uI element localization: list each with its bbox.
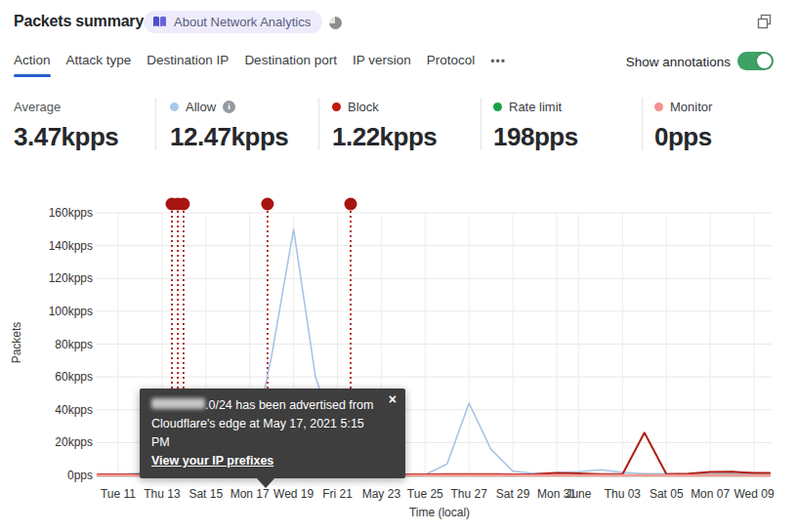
about-network-analytics-badge[interactable]: About Network Analytics — [144, 11, 322, 33]
x-tick-label: Wed 09 — [715, 487, 793, 501]
block-dot-icon — [332, 102, 341, 111]
about-badge-label: About Network Analytics — [174, 15, 311, 29]
tab-attack-type[interactable]: Attack type — [66, 53, 132, 77]
tab-protocol[interactable]: Protocol — [427, 53, 476, 77]
pie-icon — [329, 17, 342, 29]
page-title: Packets summary — [14, 13, 144, 30]
stat-label: Allow — [186, 100, 216, 114]
y-tick-label: 140kpps — [24, 239, 93, 253]
x-axis-title: Time (local) — [391, 506, 488, 519]
stat-value: 12.47kpps — [170, 122, 288, 152]
y-tick-label: 120kpps — [24, 271, 93, 285]
stat-label: Monitor — [670, 100, 712, 114]
divider — [318, 98, 319, 150]
annotation-marker[interactable] — [177, 198, 189, 211]
tab-destination-ip[interactable]: Destination IP — [147, 53, 229, 77]
tab-ip-version[interactable]: IP version — [353, 53, 411, 77]
stat-value: 3.47kpps — [14, 122, 118, 152]
tab-action[interactable]: Action — [14, 53, 51, 77]
show-annotations-label: Show annotations — [626, 55, 731, 69]
stat-block: Block 1.22kpps — [332, 98, 437, 152]
allow-dot-icon — [170, 102, 179, 111]
y-tick-label: 0pps — [24, 469, 93, 482]
divider — [481, 98, 482, 150]
y-tick-label: 100kpps — [24, 305, 93, 318]
more-tabs-button[interactable]: ••• — [490, 53, 506, 68]
stat-rate-limit: Rate limit 198pps — [493, 98, 578, 152]
tooltip-line1: .0/24 has been advertised from — [151, 396, 380, 415]
info-icon[interactable] — [223, 101, 235, 113]
annotation-tooltip: × .0/24 has been advertised from Cloudfl… — [140, 389, 405, 478]
stat-average: Average 3.47kpps — [14, 98, 118, 152]
tooltip-line2: Cloudflare's edge at May 17, 2021 5:15 P… — [151, 415, 380, 452]
stat-label: Average — [14, 100, 61, 114]
stat-value: 1.22kpps — [332, 122, 437, 152]
stat-label: Block — [348, 100, 379, 114]
divider — [155, 98, 156, 150]
monitor-dot-icon — [654, 102, 663, 111]
dimension-tabs: ActionAttack typeDestination IPDestinati… — [14, 53, 506, 77]
close-icon[interactable]: × — [389, 392, 397, 406]
stat-value: 198pps — [493, 122, 578, 152]
annotation-marker[interactable] — [344, 198, 357, 211]
stat-allow: Allow 12.47kpps — [170, 98, 288, 152]
y-tick-label: 40kpps — [24, 403, 93, 417]
y-tick-label: 160kpps — [24, 206, 93, 220]
y-tick-label: 20kpps — [24, 435, 93, 449]
stat-label: Rate limit — [509, 100, 562, 114]
popout-icon[interactable] — [756, 13, 774, 30]
y-tick-label: 80kpps — [24, 338, 93, 351]
toggle-knob — [757, 54, 772, 68]
stat-monitor: Monitor 0pps — [654, 98, 712, 152]
y-tick-label: 60kpps — [24, 370, 93, 384]
show-annotations-toggle[interactable] — [737, 52, 774, 70]
tab-destination-port[interactable]: Destination port — [244, 53, 337, 77]
view-ip-prefixes-link[interactable]: View your IP prefixes — [151, 454, 273, 468]
divider — [642, 98, 643, 150]
rate-limit-dot-icon — [493, 102, 502, 111]
redacted-ip — [151, 398, 205, 409]
annotation-marker[interactable] — [261, 198, 273, 211]
network-analytics-panel: Packets summary About Network Analytics … — [0, 0, 797, 532]
book-icon — [152, 16, 167, 28]
stat-value: 0pps — [654, 122, 712, 152]
